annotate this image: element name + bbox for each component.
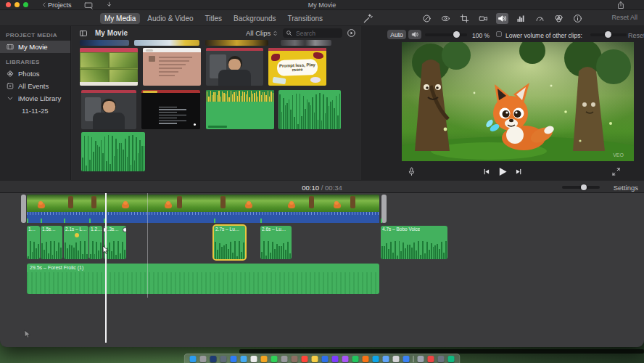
search-input[interactable] (294, 29, 338, 38)
clip-filter-icon[interactable] (553, 13, 565, 24)
close-button[interactable] (6, 2, 11, 7)
continuous-playback-icon[interactable] (347, 28, 356, 38)
play-icon[interactable] (498, 166, 508, 177)
clip-filter-dropdown[interactable]: All Clips (246, 29, 278, 37)
audio-clip-4-7s-bobo-voice[interactable]: 4.7s – Bobo Voice (381, 226, 447, 259)
sidebar-item-my-movie[interactable]: My Movie (0, 41, 70, 53)
dock-app-icon[interactable] (302, 356, 308, 362)
dock-app-icon[interactable] (373, 356, 379, 362)
skip-forward-icon[interactable] (515, 168, 523, 176)
dock-app-icon[interactable] (220, 356, 227, 362)
stabilization-icon[interactable] (477, 13, 490, 24)
dock-app-icon[interactable] (403, 356, 410, 362)
sidebar-item-all-events[interactable]: All Events (0, 80, 70, 92)
audio-clip-2-7s-lu[interactable]: 2.7s – Lu… (214, 226, 245, 259)
back-to-projects-button[interactable]: Projects (41, 1, 72, 9)
media-thumbnail-promo-yellow[interactable]: Prompt less, Play more (268, 48, 326, 86)
dock-app-icon[interactable] (352, 356, 359, 362)
media-thumbnail-audio-green[interactable] (81, 132, 145, 171)
dock-app-icon[interactable] (438, 356, 445, 362)
clip-info-icon[interactable] (571, 13, 584, 24)
fullscreen-icon[interactable] (611, 167, 621, 176)
media-thumbnail-audio-green[interactable] (278, 90, 341, 129)
dock-app-icon[interactable] (231, 356, 237, 362)
audio-clip-2-6s-lu[interactable]: 2.6s – Lu… (260, 226, 292, 259)
dock-app-icon[interactable] (383, 356, 389, 362)
media-thumbnail-strip-figures[interactable] (281, 40, 331, 46)
tab-audio-video[interactable]: Audio & Video (143, 13, 197, 24)
tab-my-media[interactable]: My Media (100, 13, 140, 24)
dock-app-icon[interactable] (312, 356, 318, 362)
share-icon[interactable] (616, 1, 625, 9)
tab-backgrounds[interactable]: Backgrounds (229, 13, 280, 24)
media-thumbnail-terminal[interactable] (141, 90, 200, 129)
zoom-button[interactable] (23, 2, 28, 7)
dock-app-icon[interactable] (428, 356, 434, 362)
color-balance-icon[interactable] (421, 13, 433, 24)
dock-app-icon[interactable] (418, 356, 424, 362)
skip-back-icon[interactable] (483, 168, 491, 176)
audio-clip-1[interactable]: 1… (27, 226, 40, 259)
dock-app-icon[interactable] (281, 356, 288, 362)
music-clip-29-5s-forest-frolic-1[interactable]: 29.5s – Forest Frolic (1) (27, 264, 379, 294)
media-thumbnail-person-dark[interactable] (206, 48, 263, 86)
dock-app-icon[interactable] (393, 356, 400, 362)
media-thumbnail-doc-pink[interactable] (143, 48, 201, 86)
volume-slider[interactable] (425, 33, 467, 36)
speed-icon[interactable] (534, 13, 546, 24)
audio-clip-1-2[interactable]: 1.2… (89, 226, 102, 259)
media-thumbnail-strip-navy[interactable] (80, 40, 129, 46)
dock-app-icon[interactable] (261, 356, 268, 362)
search-field[interactable] (283, 28, 342, 38)
media-thumbnail-collage[interactable] (80, 48, 138, 86)
dock-app-icon[interactable] (241, 356, 247, 362)
media-thumbnail-person[interactable] (81, 90, 136, 129)
settings-button[interactable]: Settings (614, 184, 638, 192)
media-thumbnail-strip-light[interactable] (134, 40, 199, 46)
media-thumbnail-audio-yellow-top[interactable] (206, 90, 274, 129)
dock-app-icon[interactable] (332, 356, 339, 362)
crop-icon[interactable] (458, 13, 471, 24)
audio-clip-1-5s[interactable]: 1.5s… (41, 226, 62, 259)
video-clip-filmstrip[interactable] (27, 195, 379, 212)
enhance-wand-icon[interactable] (363, 13, 373, 24)
media-thumbnail-strip-gold[interactable] (205, 40, 268, 46)
dock-app-icon[interactable] (190, 356, 197, 362)
color-correction-icon[interactable] (439, 13, 452, 24)
sidebar-toggle-icon[interactable] (78, 29, 88, 38)
tab-transitions[interactable]: Transitions (283, 13, 327, 24)
audio-clip-label: 2.7s – Lu… (215, 227, 239, 232)
video-clip-audio-bar[interactable] (27, 212, 379, 223)
dock-app-icon[interactable] (363, 356, 369, 362)
sidebar-item-11-11-25[interactable]: 11-11-25 (0, 105, 70, 117)
timeline-zoom-slider[interactable] (562, 186, 600, 189)
dock-app-icon[interactable] (251, 356, 257, 362)
tab-titles[interactable]: Titles (201, 13, 227, 24)
dock-app-icon[interactable] (292, 356, 298, 362)
fade-handle-right[interactable] (123, 227, 126, 232)
mute-button[interactable] (408, 30, 421, 39)
reset-all-button[interactable]: Reset All (611, 14, 637, 21)
dock-app-icon[interactable] (448, 356, 455, 362)
import-media-icon[interactable] (83, 1, 94, 9)
sidebar-item-photos[interactable]: Photos (0, 68, 70, 80)
auto-volume-button[interactable]: Auto (387, 30, 406, 39)
reset-button[interactable]: Reset (628, 32, 644, 39)
dock-app-icon[interactable] (342, 356, 349, 362)
download-icon[interactable] (105, 1, 113, 9)
dock-app-icon[interactable] (271, 356, 278, 362)
dock-app-icon[interactable] (322, 356, 329, 362)
clip-trim-handle-right[interactable] (381, 195, 387, 223)
sidebar-item-imovie-library[interactable]: iMovie Library (0, 92, 70, 105)
voiceover-mic-icon[interactable] (407, 166, 416, 177)
clip-trim-handle-left[interactable] (21, 195, 26, 223)
audio-clip-2-1s-l[interactable]: 2.1s – L… (64, 226, 88, 259)
noise-reduction-icon[interactable] (515, 13, 527, 24)
dock-app-icon[interactable] (210, 356, 217, 362)
lower-volume-checkbox[interactable] (496, 31, 502, 37)
dock-app-icon[interactable] (200, 356, 207, 362)
minimize-button[interactable] (15, 2, 20, 7)
lower-volume-slider[interactable] (590, 33, 627, 36)
volume-icon[interactable] (496, 13, 508, 24)
playhead-line[interactable] (105, 193, 107, 343)
